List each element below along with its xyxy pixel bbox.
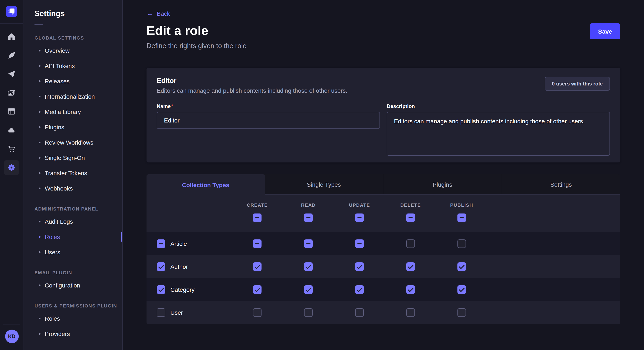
tab-settings[interactable]: Settings xyxy=(502,174,620,194)
sidebar-item-overview[interactable]: Overview xyxy=(24,43,122,58)
bullet-icon xyxy=(39,285,40,286)
user-update-checkbox[interactable] xyxy=(355,308,364,317)
bullet-icon xyxy=(39,221,40,222)
section-email-plugin: EMAIL PLUGIN Configuration xyxy=(24,270,122,293)
main-nav-rail: KD xyxy=(0,0,24,350)
author-update-checkbox[interactable] xyxy=(355,262,364,271)
section-global-settings: GLOBAL SETTINGS Overview API Tokens Rele… xyxy=(24,35,122,196)
sidebar-item-roles-admin[interactable]: Roles xyxy=(24,229,122,245)
back-arrow-icon: ← xyxy=(146,10,153,17)
gear-icon[interactable] xyxy=(4,160,19,175)
active-indicator xyxy=(122,232,123,242)
app: KD Settings GLOBAL SETTINGS Overview API… xyxy=(0,0,644,350)
category-publish-checkbox[interactable] xyxy=(458,285,466,294)
sidebar-item-webhooks[interactable]: Webhooks xyxy=(24,181,122,196)
table-row-user: User xyxy=(146,301,620,324)
article-create-checkbox[interactable] xyxy=(253,239,262,248)
paper-plane-icon[interactable] xyxy=(2,65,21,83)
table-row-author: Author xyxy=(146,255,620,278)
category-create-checkbox[interactable] xyxy=(253,285,262,294)
category-delete-checkbox[interactable] xyxy=(406,285,415,294)
tab-collection-types[interactable]: Collection Types xyxy=(146,174,265,195)
article-update-checkbox[interactable] xyxy=(355,239,364,248)
tab-plugins[interactable]: Plugins xyxy=(383,174,502,194)
rail-divider xyxy=(0,23,23,24)
sidebar-item-configuration[interactable]: Configuration xyxy=(24,278,122,293)
sidebar-item-plugins[interactable]: Plugins xyxy=(24,120,122,135)
save-button[interactable]: Save xyxy=(590,23,620,39)
name-input[interactable] xyxy=(157,112,380,129)
cloud-icon[interactable] xyxy=(2,121,21,140)
sidebar-item-single-sign-on[interactable]: Single Sign-On xyxy=(24,150,122,166)
table-row-article: Article xyxy=(146,232,620,255)
category-update-checkbox[interactable] xyxy=(355,285,364,294)
category-read-checkbox[interactable] xyxy=(304,285,313,294)
required-asterisk: * xyxy=(171,103,173,109)
user-read-checkbox[interactable] xyxy=(304,308,313,317)
sidebar-item-transfer-tokens[interactable]: Transfer Tokens xyxy=(24,166,122,181)
role-description-text: Editors can manage and publish contents … xyxy=(157,87,347,94)
article-delete-checkbox[interactable] xyxy=(406,239,415,248)
bullet-icon xyxy=(39,172,40,174)
bullet-icon xyxy=(39,236,40,238)
users-with-role-badge[interactable]: 0 users with this role xyxy=(544,77,610,91)
sidebar-item-providers[interactable]: Providers xyxy=(24,326,122,342)
author-read-checkbox[interactable] xyxy=(304,262,313,271)
name-field-group: Name* xyxy=(157,103,380,157)
sidebar-item-roles-up[interactable]: Roles xyxy=(24,311,122,326)
strapi-logo[interactable] xyxy=(6,6,17,17)
bullet-icon xyxy=(39,96,40,97)
article-row-checkbox[interactable] xyxy=(157,239,165,248)
user-create-checkbox[interactable] xyxy=(253,308,262,317)
sidebar-item-users[interactable]: Users xyxy=(24,245,122,260)
author-create-checkbox[interactable] xyxy=(253,262,262,271)
sidebar-item-releases[interactable]: Releases xyxy=(24,74,122,89)
select-all-delete-checkbox[interactable] xyxy=(406,213,415,222)
media-library-icon[interactable] xyxy=(2,83,21,102)
description-field-group: Description xyxy=(387,103,610,157)
page-subtitle: Define the rights given to the role xyxy=(146,42,620,50)
avatar[interactable]: KD xyxy=(5,330,18,343)
cart-icon[interactable] xyxy=(2,140,21,158)
select-all-create-checkbox[interactable] xyxy=(253,213,262,222)
sidebar-item-review-workflows[interactable]: Review Workflows xyxy=(24,135,122,150)
user-publish-checkbox[interactable] xyxy=(458,308,466,317)
sidebar-item-internationalization[interactable]: Internationalization xyxy=(24,89,122,104)
table-row-category: Category xyxy=(146,278,620,301)
bullet-icon xyxy=(39,126,40,128)
select-all-update-checkbox[interactable] xyxy=(355,213,364,222)
feather-icon[interactable] xyxy=(2,46,21,65)
description-textarea[interactable] xyxy=(387,112,610,156)
category-row-checkbox[interactable] xyxy=(157,285,165,294)
bullet-icon xyxy=(39,318,40,319)
bullet-icon xyxy=(39,111,40,113)
tab-single-types[interactable]: Single Types xyxy=(265,174,383,194)
sidebar-item-api-tokens[interactable]: API Tokens xyxy=(24,58,122,74)
layout-icon[interactable] xyxy=(2,102,21,121)
column-delete: DELETE xyxy=(385,202,436,232)
select-all-read-checkbox[interactable] xyxy=(304,213,313,222)
column-update: UPDATE xyxy=(334,202,385,232)
role-details-card: Editor Editors can manage and publish co… xyxy=(146,68,620,163)
sidebar-item-audit-logs[interactable]: Audit Logs xyxy=(24,214,122,229)
back-link[interactable]: ← Back xyxy=(146,10,170,17)
article-read-checkbox[interactable] xyxy=(304,239,313,248)
select-all-publish-checkbox[interactable] xyxy=(458,213,466,222)
article-publish-checkbox[interactable] xyxy=(458,239,466,248)
rail-bottom-divider xyxy=(4,324,20,325)
page-title: Edit a role xyxy=(146,23,620,38)
author-row-checkbox[interactable] xyxy=(157,262,165,271)
author-publish-checkbox[interactable] xyxy=(458,262,466,271)
author-delete-checkbox[interactable] xyxy=(406,262,415,271)
bullet-icon xyxy=(39,187,40,189)
column-create: CREATE xyxy=(232,202,283,232)
section-header: EMAIL PLUGIN xyxy=(24,270,122,275)
section-administration-panel: ADMINISTRATION PANEL Audit Logs Roles Us… xyxy=(24,206,122,260)
name-label: Name* xyxy=(157,103,380,109)
sidebar-item-media-library[interactable]: Media Library xyxy=(24,104,122,120)
user-row-checkbox[interactable] xyxy=(157,308,165,317)
section-header: ADMINISTRATION PANEL xyxy=(24,206,122,211)
role-name-heading: Editor xyxy=(157,77,347,85)
home-icon[interactable] xyxy=(2,27,21,46)
user-delete-checkbox[interactable] xyxy=(406,308,415,317)
